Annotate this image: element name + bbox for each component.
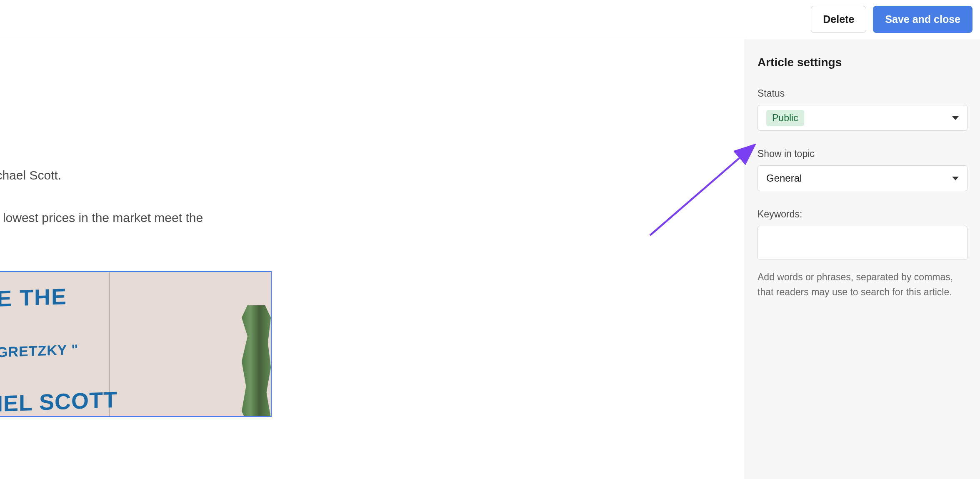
whiteboard-text: GRETZKY " bbox=[0, 341, 78, 360]
chevron-down-icon bbox=[952, 116, 959, 120]
topic-field: Show in topic General bbox=[758, 148, 968, 191]
editor-toolbar: Delete Save and close bbox=[0, 0, 980, 39]
keywords-helper-text: Add words or phrases, separated by comma… bbox=[758, 270, 968, 299]
article-settings-panel: Article settings Status Public Show in t… bbox=[745, 39, 980, 479]
status-field: Status Public bbox=[758, 88, 968, 131]
image-content: E THE GRETZKY " IEL SCOTT bbox=[0, 272, 271, 416]
status-label: Status bbox=[758, 88, 968, 99]
article-body[interactable]: u don't take. —Wayne Gretzky" —Michael S… bbox=[0, 166, 745, 245]
editor-layout: aper Company u don't take. —Wayne Gretzk… bbox=[0, 39, 980, 479]
article-body-line: el Scott guarantee. bbox=[0, 227, 745, 245]
status-badge: Public bbox=[766, 110, 804, 126]
image-plant bbox=[242, 305, 271, 417]
article-image-selected[interactable]: E THE GRETZKY " IEL SCOTT bbox=[0, 271, 272, 417]
delete-button[interactable]: Delete bbox=[811, 6, 866, 33]
keywords-label: Keywords: bbox=[758, 209, 968, 220]
sidebar-title: Article settings bbox=[758, 56, 968, 69]
keywords-input[interactable] bbox=[758, 226, 968, 260]
article-body-line: mpany you will deal with! Here, the lowe… bbox=[0, 209, 745, 227]
save-and-close-button[interactable]: Save and close bbox=[873, 6, 972, 33]
article-editor: aper Company u don't take. —Wayne Gretzk… bbox=[0, 39, 745, 479]
topic-select[interactable]: General bbox=[758, 165, 968, 191]
whiteboard-text: E THE bbox=[0, 283, 67, 312]
status-select[interactable]: Public bbox=[758, 105, 968, 131]
chevron-down-icon bbox=[952, 177, 959, 180]
topic-label: Show in topic bbox=[758, 148, 968, 160]
keywords-field: Keywords: Add words or phrases, separate… bbox=[758, 209, 968, 299]
article-title[interactable]: aper Company bbox=[0, 77, 745, 102]
whiteboard-text: IEL SCOTT bbox=[0, 386, 118, 416]
article-body-line: u don't take. —Wayne Gretzky" —Michael S… bbox=[0, 166, 745, 185]
topic-value: General bbox=[766, 172, 802, 184]
